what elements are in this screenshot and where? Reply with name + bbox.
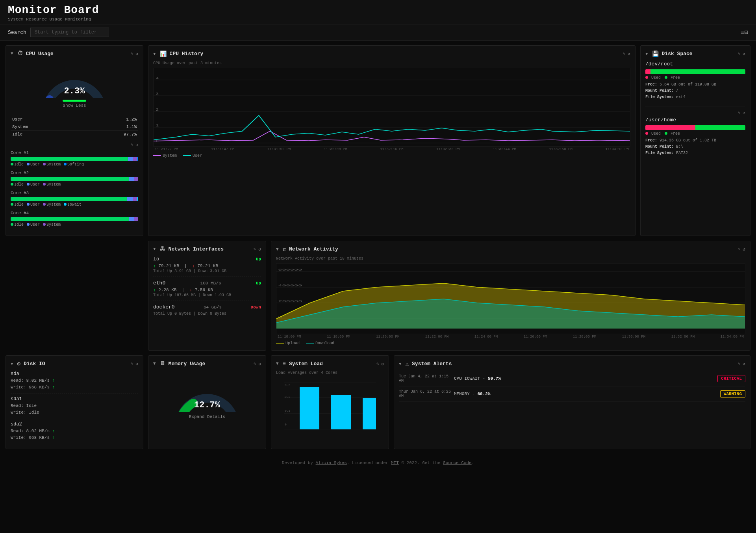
refresh-icon[interactable]: ↺ [135,51,138,56]
svg-rect-29 [331,395,351,429]
svg-text:1: 1 [156,124,159,128]
disk-free-home [695,125,745,130]
net-eth0-header: eth0 100 MB/s Up [153,280,261,286]
footer-license-link[interactable]: MIT [391,461,399,465]
disk-used-home [645,125,695,130]
net-docker0-speed: 64 GB/s [204,305,222,310]
core4-idle [11,217,129,221]
edit-icon[interactable]: ✎ [738,247,741,252]
core1-legend: Idle User System Softirq [11,162,138,167]
edit-icon[interactable]: ✎ [738,361,741,366]
diskio-sda2-stats: Read: 8.02 MB/s ↑ Write: 968 KB/s ↑ [11,428,138,441]
core3-iowait [137,197,138,201]
net-activity-xaxis: 11:18:00 PM11:18:00 PM11:20:00 PM11:22:0… [276,335,745,339]
core3-system [133,197,137,201]
system-load-panel: ▼ ≡ System Load ✎ ↺ Load Averages over 4… [271,355,389,449]
memory-usage-panel: ▼ 🖥 Memory Usage ✎ ↺ 12.7% [148,355,266,449]
disk-io-panel: ▼ ⊙ Disk IO ✎ ↺ sda Read: 8.02 MB/s ↑ Wr… [6,355,143,449]
net-iface-docker0: docker0 64 GB/s Down Total Up 0 Bytes | … [153,304,261,319]
disk-space-header: ▼ 💾 Disk Space ✎ ↺ [645,50,745,57]
core3-label: Core #3 [11,191,138,195]
expand-details-btn[interactable]: Expand Details [189,414,225,419]
row3: ▼ ⊙ Disk IO ✎ ↺ sda Read: 8.02 MB/s ↑ Wr… [6,355,750,449]
edit-icon[interactable]: ✎ [254,361,256,366]
core1-user [128,157,133,161]
alert-entry-1: Tue Jan 4, 22 at 1:15 AM CPU_IOWAIT - 50… [399,371,745,386]
disk-path-root: /dev/root [645,61,745,67]
collapse-arrow[interactable]: ▼ [645,52,648,56]
collapse-arrow[interactable]: ▼ [153,52,156,56]
disk-free-root [650,69,745,74]
core3-section: Core #3 Idle User System Iowait [11,191,138,207]
panel-controls: ✎ ↺ [738,361,745,366]
disk-io-title: Disk IO [24,361,45,367]
refresh-icon[interactable]: ↺ [628,51,630,56]
refresh-icon[interactable]: ↺ [258,247,261,252]
network-activity-panel: ▼ ⇄ Network Activity ✎ ↺ Network Activit… [271,241,750,351]
refresh-icon[interactable]: ↺ [743,247,745,252]
cpu-history-legend: System User [153,154,630,158]
core3-legend: Idle User System Iowait [11,202,138,207]
footer-source-link[interactable]: Source Code [443,461,472,465]
search-input[interactable] [30,28,109,37]
refresh-icon[interactable]: ↺ [135,361,138,366]
diskio-icon: ⊙ [17,360,20,367]
disk-legend-root: Used Free [645,76,745,80]
refresh-icon[interactable]: ↺ [743,110,745,115]
net-activity-legend: Upload Download [276,341,745,345]
core4-system [134,217,138,221]
panel-controls: ✎ ↺ [254,247,261,252]
filter-icon[interactable]: ≡⊟ [741,28,748,36]
table-row: System 1.1% [11,123,138,131]
collapse-arrow[interactable]: ▼ [276,361,279,366]
collapse-arrow[interactable]: ▼ [399,362,402,366]
net-eth0-status: Up [256,281,261,286]
net-eth0-throughput: ↑ 2.28 KB | ↓ 7.56 KB [153,288,261,292]
footer-author-link[interactable]: Alicia Sykes [316,461,347,465]
net-lo-throughput: ↑ 79.21 KB | ↓ 79.21 KB [153,264,261,268]
header: Monitor Board System Resource Usage Moni… [0,0,756,24]
refresh-icon[interactable]: ↺ [258,361,261,366]
system-load-title: System Load [289,361,323,367]
refresh-icon-2[interactable]: ↺ [135,142,138,147]
edit-icon[interactable]: ✎ [738,51,741,56]
collapse-arrow[interactable]: ▼ [11,51,13,56]
load-grid: 0.3 0.2 0.1 0 1 Min 5 M [284,382,376,429]
core1-section: Core #1 Idle User System Softirq [11,150,138,167]
net-activity-chart: 600000 400000 200000 0 [276,263,745,334]
edit-icon[interactable]: ✎ [738,110,741,115]
refresh-icon[interactable]: ↺ [743,361,745,366]
core1-idle [11,157,128,161]
cpu-history-svg: 4 3 2 1 0 [154,68,630,147]
edit-icon[interactable]: ✎ [254,247,256,252]
cpu-history-panel: ▼ 📊 CPU History ✎ ↺ CPU Usage over past … [148,45,636,236]
net-docker0-total: Total Up 0 Bytes | Down 0 Bytes [153,312,261,316]
core2-section: Core #2 Idle User System [11,171,138,187]
diskio-sda1-stats: Read: Idle Write: Idle [11,403,138,416]
collapse-arrow[interactable]: ▼ [276,247,279,252]
edit-icon-2[interactable]: ✎ [131,142,133,147]
alert-badge-1: CRITICAL [717,375,745,382]
core4-label: Core #4 [11,211,138,215]
edit-icon[interactable]: ✎ [623,51,626,56]
main-content: ▼ ⏱ CPU Usage ✎ ↺ 2.3% [0,41,756,454]
core1-label: Core #1 [11,150,138,155]
memory-usage-header: ▼ 🖥 Memory Usage ✎ ↺ [153,360,261,367]
edit-icon[interactable]: ✎ [131,51,133,56]
disk-bar-home [645,125,745,130]
collapse-arrow[interactable]: ▼ [153,361,156,366]
show-less-btn[interactable]: Show Less [63,103,86,108]
diskio-sda1-name: sda1 [11,396,138,402]
collapse-arrow[interactable]: ▼ [153,247,156,251]
footer-text: Developed by Alicia Sykes. Licensed unde… [282,461,474,465]
network-icon: 🖧 [160,246,165,252]
collapse-arrow[interactable]: ▼ [11,362,13,366]
edit-icon[interactable]: ✎ [131,361,133,366]
cpu-history-subtitle: CPU Usage over past 3 minutes [153,61,630,65]
refresh-icon[interactable]: ↺ [381,361,384,366]
refresh-icon[interactable]: ↺ [743,51,745,56]
edit-icon[interactable]: ✎ [376,361,379,366]
cpu-history-title: CPU History [170,51,204,57]
core3-bar [11,197,138,201]
svg-rect-30 [363,398,376,429]
